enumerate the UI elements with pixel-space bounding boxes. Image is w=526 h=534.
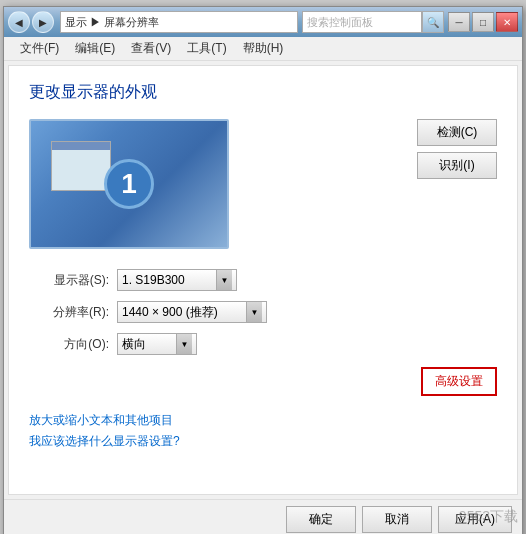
minimize-button[interactable]: ─ (448, 12, 470, 32)
monitor-number: 1 (104, 159, 154, 209)
display-select-arrow: ▼ (216, 270, 232, 290)
menu-file[interactable]: 文件(F) (12, 38, 67, 59)
search-placeholder: 搜索控制面板 (307, 15, 417, 30)
forward-button[interactable]: ▶ (32, 11, 54, 33)
direction-select[interactable]: 横向 ▼ (117, 333, 197, 355)
direction-select-arrow: ▼ (176, 334, 192, 354)
window-controls: ─ □ ✕ (448, 12, 518, 32)
menu-edit[interactable]: 编辑(E) (67, 38, 123, 59)
menu-tools[interactable]: 工具(T) (179, 38, 234, 59)
cancel-button[interactable]: 取消 (362, 506, 432, 533)
detect-button[interactable]: 检测(C) (417, 119, 497, 146)
menu-help[interactable]: 帮助(H) (235, 38, 292, 59)
breadcrumb-text: 显示 ▶ 屏幕分辨率 (65, 15, 159, 30)
watermark: 9553下载 (459, 508, 518, 526)
display-label: 显示器(S): (29, 272, 109, 289)
display-select[interactable]: 1. S19B300 ▼ (117, 269, 237, 291)
preview-buttons: 检测(C) 识别(I) (417, 119, 497, 179)
title-bar: ◀ ▶ 显示 ▶ 屏幕分辨率 搜索控制面板 🔍 ─ □ ✕ (4, 7, 522, 37)
menu-view[interactable]: 查看(V) (123, 38, 179, 59)
title-bar-nav: ◀ ▶ 显示 ▶ 屏幕分辨率 搜索控制面板 🔍 (8, 11, 444, 33)
direction-value: 横向 (122, 336, 176, 353)
monitor-preview: 1 (29, 119, 229, 249)
main-window: ◀ ▶ 显示 ▶ 屏幕分辨率 搜索控制面板 🔍 ─ □ ✕ 文件(F) 编辑(E… (3, 6, 523, 534)
form-section: 显示器(S): 1. S19B300 ▼ 分辨率(R): 1440 × 900 … (29, 269, 497, 355)
link-display-settings[interactable]: 我应该选择什么显示器设置? (29, 433, 497, 450)
resolution-row: 分辨率(R): 1440 × 900 (推荐) ▼ (29, 301, 497, 323)
resolution-select[interactable]: 1440 × 900 (推荐) ▼ (117, 301, 267, 323)
advanced-settings-button[interactable]: 高级设置 (421, 367, 497, 396)
display-row: 显示器(S): 1. S19B300 ▼ (29, 269, 497, 291)
menu-bar: 文件(F) 编辑(E) 查看(V) 工具(T) 帮助(H) (4, 37, 522, 61)
back-button[interactable]: ◀ (8, 11, 30, 33)
ok-button[interactable]: 确定 (286, 506, 356, 533)
direction-row: 方向(O): 横向 ▼ (29, 333, 497, 355)
search-bar[interactable]: 搜索控制面板 (302, 11, 422, 33)
mini-window-title-bar (52, 142, 110, 150)
content-area: 更改显示器的外观 1 检测(C) 识别(I) 显示器(S): 1. S19B30… (8, 65, 518, 495)
mini-window (51, 141, 111, 191)
resolution-label: 分辨率(R): (29, 304, 109, 321)
display-value: 1. S19B300 (122, 273, 216, 287)
search-button[interactable]: 🔍 (422, 11, 444, 33)
close-button[interactable]: ✕ (496, 12, 518, 32)
bottom-bar: 确定 取消 应用(A) (4, 499, 522, 534)
link-text-size[interactable]: 放大或缩小文本和其他项目 (29, 412, 497, 429)
direction-label: 方向(O): (29, 336, 109, 353)
page-title: 更改显示器的外观 (29, 82, 497, 103)
identify-button[interactable]: 识别(I) (417, 152, 497, 179)
maximize-button[interactable]: □ (472, 12, 494, 32)
links-section: 放大或缩小文本和其他项目 我应该选择什么显示器设置? (29, 412, 497, 450)
breadcrumb: 显示 ▶ 屏幕分辨率 (60, 11, 298, 33)
resolution-select-arrow: ▼ (246, 302, 262, 322)
preview-section: 1 检测(C) 识别(I) (29, 119, 497, 249)
advanced-section: 高级设置 (29, 367, 497, 396)
resolution-value: 1440 × 900 (推荐) (122, 304, 246, 321)
